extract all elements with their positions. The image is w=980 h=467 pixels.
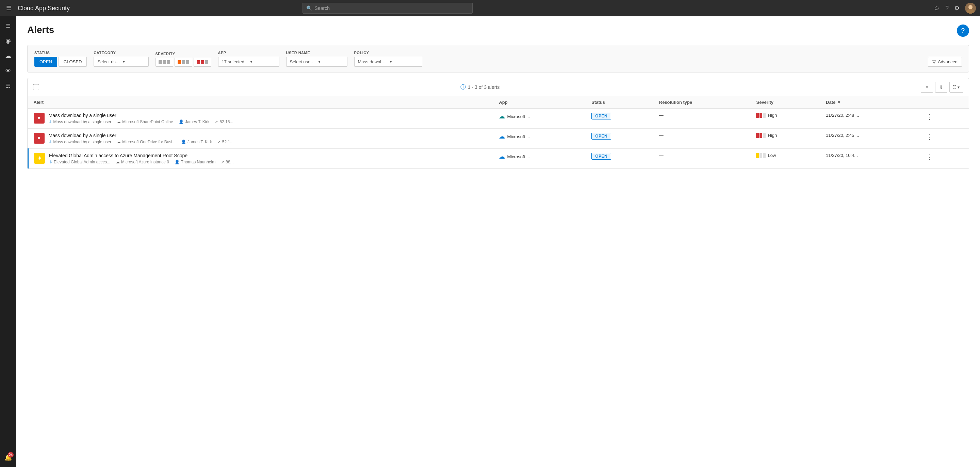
- sev-dot-2: [163, 60, 166, 64]
- smiley-icon[interactable]: ☺: [934, 5, 940, 12]
- severity-high-button[interactable]: [194, 58, 211, 67]
- monitor-icon: 👁: [5, 68, 11, 74]
- app-filter-group: APP 17 selected ▼: [218, 51, 279, 67]
- status-label: STATUS: [34, 51, 87, 55]
- filters-section: STATUS OPEN CLOSED CATEGORY Select risk …: [27, 45, 969, 72]
- alerts-tbody: ✦ Mass download by a single user ⇓ Mass …: [28, 108, 969, 169]
- row-menu-button[interactable]: ⋮: [923, 152, 935, 162]
- alerts-toolbar: ⓘ 1 - 3 of 3 alerts ▿ ⇓ ☷ ▼: [27, 78, 969, 96]
- cell-status: OPEN: [586, 129, 654, 149]
- username-filter-group: USER NAME Select users... ▼: [286, 51, 347, 67]
- settings-icon[interactable]: ⚙: [954, 5, 959, 12]
- sev-dot-5: [182, 60, 185, 64]
- download-button[interactable]: ⇓: [935, 82, 947, 92]
- app-label: APP: [218, 51, 279, 55]
- table-row[interactable]: ✦ Elevated Global Admin access to Azure …: [28, 149, 969, 169]
- user-meta-icon: 👤: [175, 159, 180, 164]
- table-row[interactable]: ✦ Mass download by a single user ⇓ Mass …: [28, 108, 969, 129]
- sidebar-item-controls[interactable]: ☴: [2, 79, 15, 92]
- content-area: Alerts ? STATUS OPEN CLOSED CATEGORY Sel…: [16, 16, 980, 467]
- count-icon: ⓘ: [460, 84, 466, 91]
- search-box[interactable]: 🔍: [302, 3, 473, 14]
- status-open-button[interactable]: OPEN: [34, 57, 57, 67]
- row-menu-button[interactable]: ⋮: [923, 132, 935, 142]
- cell-resolution: —: [654, 129, 751, 149]
- sev-bar-2: [759, 133, 762, 138]
- page-title: Alerts: [27, 24, 54, 35]
- cell-alert: ✦ Mass download by a single user ⇓ Mass …: [28, 108, 494, 129]
- policy-value: Mass download by a sin...: [358, 59, 387, 64]
- sidebar-item-alerts[interactable]: 🔔 24: [2, 451, 15, 464]
- cell-app: ☁ Microsoft ...: [493, 108, 586, 129]
- search-input[interactable]: [315, 5, 469, 11]
- hamburger-icon: ☰: [6, 23, 11, 29]
- app-value: 17 selected: [222, 59, 248, 64]
- alert-main: ✦ Mass download by a single user ⇓ Mass …: [34, 113, 488, 124]
- col-alert: Alert: [28, 96, 494, 108]
- status-closed-button[interactable]: CLOSED: [59, 57, 87, 67]
- sidebar-item-dashboard[interactable]: ◉: [2, 34, 15, 48]
- policy-icon: ⇓: [49, 120, 52, 124]
- severity-med-button[interactable]: [175, 58, 192, 67]
- policy-select[interactable]: Mass download by a sin... ▼: [354, 57, 422, 67]
- sidebar-item-cloud[interactable]: ☁: [2, 49, 15, 63]
- cell-alert: ✦ Elevated Global Admin access to Azure …: [28, 149, 494, 169]
- advanced-button[interactable]: ▽ Advanced: [928, 57, 962, 67]
- policy-label: POLICY: [354, 51, 422, 55]
- sidebar-item-menu[interactable]: ☰: [2, 19, 15, 33]
- policy-meta: ⇓ Mass download by a single user: [49, 140, 111, 144]
- menu-icon[interactable]: ☰: [4, 2, 14, 14]
- alert-info: Mass download by a single user ⇓ Mass do…: [49, 133, 488, 144]
- app-icon: ☁: [499, 113, 505, 120]
- alert-name: Elevated Global Admin access to Azure Ma…: [49, 153, 488, 158]
- help-icon[interactable]: ?: [945, 5, 949, 12]
- status-badge: OPEN: [592, 153, 611, 159]
- app-icon: ☁: [499, 133, 505, 140]
- service-meta: ☁ Microsoft OneDrive for Busi...: [117, 140, 176, 144]
- username-select[interactable]: Select users... ▼: [286, 57, 347, 67]
- alert-main: ✦ Elevated Global Admin access to Azure …: [34, 153, 488, 164]
- status-badge: OPEN: [592, 133, 611, 140]
- category-select[interactable]: Select risk category... ▼: [94, 57, 148, 67]
- help-button[interactable]: ?: [957, 24, 969, 37]
- ip-meta: ➚ 52.1...: [218, 140, 234, 144]
- controls-icon: ☴: [6, 83, 11, 89]
- alerts-table: Alert App Status Resolution type Severit: [27, 96, 969, 169]
- cell-menu: ⋮: [918, 108, 969, 129]
- cell-severity: High: [751, 129, 821, 149]
- alert-meta: ⇓ Elevated Global Admin acces... ☁ Micro…: [49, 159, 488, 164]
- cloud-meta-icon: ☁: [117, 120, 121, 124]
- page-header: Alerts ?: [27, 24, 969, 37]
- app-select[interactable]: 17 selected ▼: [218, 57, 279, 67]
- user-avatar[interactable]: [965, 3, 976, 14]
- app-name: Microsoft ...: [507, 134, 530, 139]
- username-value: Select users...: [290, 59, 316, 64]
- table-row[interactable]: ✦ Mass download by a single user ⇓ Mass …: [28, 129, 969, 149]
- status-filter-group: STATUS OPEN CLOSED: [34, 51, 87, 67]
- col-date[interactable]: Date ▼: [821, 96, 918, 108]
- select-all-checkbox[interactable]: [33, 84, 39, 90]
- search-icon: 🔍: [306, 5, 312, 11]
- policy-meta: ⇓ Elevated Global Admin acces...: [49, 159, 110, 164]
- sev-dot-7: [197, 60, 200, 64]
- filter-button[interactable]: ▿: [921, 82, 933, 92]
- columns-button[interactable]: ☷ ▼: [950, 82, 963, 92]
- severity-label: Low: [768, 153, 776, 158]
- severity-low-button[interactable]: [156, 58, 173, 67]
- severity-bars: [756, 153, 765, 158]
- advanced-label: Advanced: [938, 59, 958, 64]
- alerts-badge: 24: [8, 452, 14, 457]
- toolbar-actions: ▿ ⇓ ☷ ▼: [921, 82, 963, 92]
- sev-dot-8: [201, 60, 204, 64]
- cell-severity: Low: [751, 149, 821, 169]
- row-menu-button[interactable]: ⋮: [923, 112, 935, 122]
- sev-bar-3: [763, 113, 765, 118]
- status-badge: OPEN: [592, 113, 611, 120]
- cell-resolution: —: [654, 108, 751, 129]
- app-title: Cloud App Security: [18, 5, 70, 12]
- alert-name: Mass download by a single user: [49, 113, 488, 118]
- sidebar-item-monitor[interactable]: 👁: [2, 64, 15, 78]
- sev-bar-1: [756, 133, 759, 138]
- cell-status: OPEN: [586, 149, 654, 169]
- link-meta-icon: ➚: [218, 140, 221, 144]
